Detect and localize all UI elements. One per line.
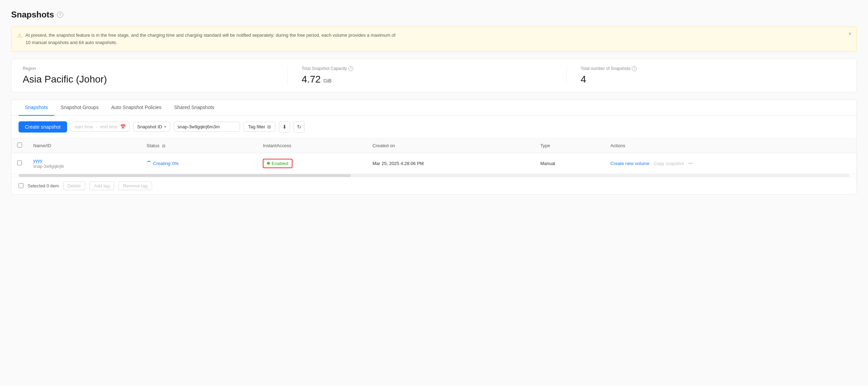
select-all-checkbox[interactable] xyxy=(17,143,22,148)
enabled-indicator xyxy=(267,162,270,165)
footer-select-all-checkbox[interactable] xyxy=(19,183,23,188)
alert-close-button[interactable]: × xyxy=(848,31,852,37)
status-filter-icon[interactable]: ⊟ xyxy=(162,144,165,148)
table-footer: Selected 0 item Delete Add tag Remove ta… xyxy=(12,177,856,194)
horizontal-scrollbar[interactable] xyxy=(19,174,849,177)
region-label: Region xyxy=(23,66,273,71)
count-value: 4 xyxy=(581,74,831,85)
create-snapshot-button[interactable]: Create snapshot xyxy=(19,121,67,133)
tab-auto-snapshot-policies[interactable]: Auto Snapshot Policies xyxy=(105,100,168,116)
copy-snapshot-link[interactable]: Copy snapshot xyxy=(654,161,684,166)
page-title-row: Snapshots ? xyxy=(11,10,857,20)
remove-tag-button[interactable]: Remove tag xyxy=(118,181,152,190)
row-checkbox-cell xyxy=(12,153,28,174)
col-header-type: Type xyxy=(535,138,605,153)
table-row: yyyy snap-3w9gqkrj6r Creating 0% xyxy=(12,153,856,174)
add-tag-button[interactable]: Add tag xyxy=(89,181,114,190)
stat-region: Region Asia Pacific (Johor) xyxy=(23,66,287,85)
stats-card: Region Asia Pacific (Johor) Total Snapsh… xyxy=(11,59,857,92)
calendar-icon: 📅 xyxy=(120,124,126,129)
table-header-row: Name/ID Status ⊟ InstantAccess Created o… xyxy=(12,138,856,153)
capacity-value: 4.72 GiB xyxy=(302,74,552,85)
help-icon[interactable]: ? xyxy=(57,12,63,18)
delete-button[interactable]: Delete xyxy=(63,181,86,190)
count-help-icon[interactable]: ? xyxy=(632,66,637,71)
row-actions-cell: Create new volume Copy snapshot ··· xyxy=(605,153,856,174)
date-range-picker[interactable]: start time - end time 📅 xyxy=(71,122,130,132)
end-time-placeholder: end time xyxy=(100,124,118,129)
tag-filter-label: Tag filter xyxy=(248,124,265,129)
page-title: Snapshots xyxy=(11,10,54,20)
row-instant-access-cell: Enabled xyxy=(257,153,367,174)
row-created-on-cell: Mar 25, 2025 4:28:06 PM xyxy=(367,153,535,174)
snapshot-name-link[interactable]: yyyy xyxy=(33,158,42,163)
selected-count-label: Selected 0 item xyxy=(28,183,59,188)
content-card: Snapshots Snapshot Groups Auto Snapshot … xyxy=(11,99,857,195)
col-header-actions: Actions xyxy=(605,138,856,153)
scrollbar-thumb xyxy=(19,174,351,177)
loading-spinner xyxy=(146,161,151,166)
start-time-placeholder: start time xyxy=(74,124,93,129)
count-label: Total number of Snapshots ? xyxy=(581,66,831,71)
stat-count: Total number of Snapshots ? 4 xyxy=(566,66,845,85)
filter-type-select[interactable]: Snapshot ID ▾ xyxy=(133,122,170,132)
create-new-volume-link[interactable]: Create new volume xyxy=(610,161,650,166)
download-button[interactable]: ⬇ xyxy=(279,121,290,133)
refresh-icon: ↻ xyxy=(297,124,302,130)
col-header-name: Name/ID xyxy=(28,138,141,153)
chevron-down-icon: ▾ xyxy=(164,124,166,129)
select-all-header xyxy=(12,138,28,153)
snapshot-table: Name/ID Status ⊟ InstantAccess Created o… xyxy=(12,138,856,174)
warning-icon: ⚠ xyxy=(17,32,22,39)
col-header-instant-access: InstantAccess xyxy=(257,138,367,153)
actions-container: Create new volume Copy snapshot ··· xyxy=(610,160,851,166)
tab-snapshots[interactable]: Snapshots xyxy=(19,100,54,116)
row-checkbox[interactable] xyxy=(17,160,22,165)
alert-banner: ⚠ At present, the snapshot feature is in… xyxy=(11,27,857,52)
tab-shared-snapshots[interactable]: Shared Snapshots xyxy=(168,100,220,116)
col-header-created-on: Created on xyxy=(367,138,535,153)
row-type-cell: Manual xyxy=(535,153,605,174)
status-creating: Creating 0% xyxy=(146,161,252,166)
toolbar: Create snapshot start time - end time 📅 … xyxy=(12,116,856,138)
region-value: Asia Pacific (Johor) xyxy=(23,74,273,85)
stat-capacity: Total Snapshot Capacity ? 4.72 GiB xyxy=(287,66,566,85)
row-status-cell: Creating 0% xyxy=(141,153,257,174)
alert-text: At present, the snapshot feature is in t… xyxy=(26,32,851,47)
date-range-separator: - xyxy=(96,124,97,129)
page-container: Snapshots ? ⚠ At present, the snapshot f… xyxy=(0,0,868,386)
tabs-container: Snapshots Snapshot Groups Auto Snapshot … xyxy=(12,100,856,116)
capacity-help-icon[interactable]: ? xyxy=(348,66,353,71)
row-name-cell: yyyy snap-3w9gqkrj6r xyxy=(28,153,141,174)
col-header-status: Status ⊟ xyxy=(141,138,257,153)
capacity-label: Total Snapshot Capacity ? xyxy=(302,66,552,71)
search-input[interactable] xyxy=(174,122,240,132)
refresh-button[interactable]: ↻ xyxy=(294,121,305,133)
filter-type-label: Snapshot ID xyxy=(137,124,162,129)
snapshot-id-text: snap-3w9gqkrj6r xyxy=(33,164,135,169)
download-icon: ⬇ xyxy=(282,124,287,130)
tab-snapshot-groups[interactable]: Snapshot Groups xyxy=(54,100,105,116)
filter-icon: ⊟ xyxy=(267,124,271,129)
tag-filter-button[interactable]: Tag filter ⊟ xyxy=(244,122,275,132)
more-actions-button[interactable]: ··· xyxy=(688,160,693,166)
instant-access-badge: Enabled xyxy=(263,159,292,168)
